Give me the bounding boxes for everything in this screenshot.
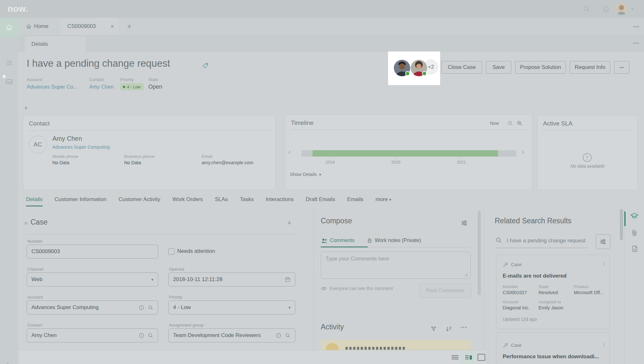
- detail-tab-slas[interactable]: SLAs: [215, 196, 228, 206]
- post-comments-button[interactable]: Post Comments: [419, 283, 471, 298]
- rail-knowledge-icon[interactable]: [630, 212, 639, 220]
- detail-tab-draft-emails[interactable]: Draft Emails: [306, 196, 335, 206]
- result-title[interactable]: Performance Issue when downloadi...: [503, 354, 599, 360]
- sidebar-item-lists[interactable]: [0, 55, 18, 71]
- full-view-icon[interactable]: [478, 354, 485, 361]
- activity-more-icon[interactable]: •••: [460, 325, 467, 330]
- timeline-track[interactable]: [301, 150, 516, 157]
- result-kebab-icon[interactable]: ⋮: [601, 341, 606, 347]
- propose-solution-button[interactable]: Propose Solution: [515, 61, 566, 74]
- result-assigned-value: Emily Jason: [539, 305, 563, 310]
- inbox-notification-dot: [3, 75, 6, 78]
- result-title[interactable]: E-mails are not delivered: [503, 273, 567, 279]
- search-result-card[interactable]: Case ⋮ Performance Issue when downloadi.…: [496, 332, 610, 364]
- number-field[interactable]: CS0009003: [27, 245, 158, 259]
- compose-settings-icon[interactable]: [461, 220, 467, 226]
- request-info-button[interactable]: Request Info: [570, 61, 610, 74]
- comments-tab[interactable]: Comments: [321, 238, 354, 243]
- case-type-icon: [503, 262, 508, 267]
- case-section-collapse-icon[interactable]: ∧: [288, 220, 291, 226]
- new-tab-button[interactable]: +: [127, 22, 131, 31]
- needs-attention-checkbox[interactable]: [168, 248, 175, 255]
- detail-tab-interactions[interactable]: Interactions: [266, 196, 294, 206]
- detail-tab-customer-information[interactable]: Customer Information: [55, 196, 106, 206]
- rail-attachments-icon[interactable]: [631, 229, 638, 236]
- lookup-search-icon[interactable]: [285, 333, 291, 338]
- timeline-scroll-left-icon[interactable]: ‹: [288, 148, 291, 156]
- calendar-icon[interactable]: [285, 277, 291, 282]
- channel-select[interactable]: Web▾: [27, 273, 158, 286]
- tag-icon[interactable]: [202, 62, 209, 69]
- related-search-query[interactable]: I have a pending change request: [507, 238, 586, 244]
- contact-field[interactable]: Amy Chen: [27, 328, 158, 342]
- detail-tab-work-orders[interactable]: Work Orders: [172, 196, 203, 206]
- timeline-scroll-right-icon[interactable]: ›: [522, 148, 524, 156]
- split-view-toggle[interactable]: [462, 351, 475, 364]
- sidebar-item-phone[interactable]: [0, 357, 18, 364]
- related-column-scrollbar[interactable]: [620, 209, 623, 240]
- priority-badge: 4 - Low: [120, 83, 144, 90]
- save-button[interactable]: Save: [486, 61, 511, 74]
- zoom-in-icon[interactable]: [517, 120, 523, 126]
- subtab-overflow-icon[interactable]: •••: [633, 41, 640, 46]
- user-avatar[interactable]: [615, 3, 627, 15]
- meta-state-value: Open: [148, 84, 162, 90]
- sidebar-item-home[interactable]: [0, 18, 18, 37]
- detail-tab-emails[interactable]: Emails: [347, 196, 363, 206]
- result-state-value: Resolved: [539, 290, 558, 295]
- search-settings-button[interactable]: [596, 234, 610, 249]
- tab-strip-overflow-icon[interactable]: •••: [633, 24, 640, 29]
- textarea-resize-handle-icon[interactable]: [464, 273, 468, 277]
- more-actions-button[interactable]: •••: [614, 61, 629, 74]
- compose-title: Compose: [321, 217, 352, 225]
- user-menu-caret-icon[interactable]: ▾: [631, 6, 634, 12]
- rail-document-icon[interactable]: [631, 245, 638, 252]
- detail-tab-customer-activity[interactable]: Customer Activity: [118, 196, 160, 206]
- tab-close-icon[interactable]: ×: [111, 23, 114, 30]
- comments-textarea[interactable]: [321, 252, 471, 279]
- info-icon[interactable]: [139, 333, 144, 338]
- compose-column-scrollbar[interactable]: [478, 211, 481, 295]
- section-drag-handle-icon[interactable]: [24, 221, 28, 225]
- result-state-label: State: [539, 284, 549, 289]
- meta-contact-value[interactable]: Amy Chen: [89, 84, 114, 90]
- account-field[interactable]: Advances Super Computing: [27, 300, 158, 314]
- opened-field[interactable]: 2018-10-11 12:11:28: [168, 273, 295, 286]
- info-icon[interactable]: [276, 333, 281, 338]
- phone-icon: [5, 362, 13, 364]
- subtab-details[interactable]: Details: [24, 36, 86, 52]
- assignment-group-field[interactable]: Team Development Code Reviewers: [168, 328, 295, 342]
- lookup-search-icon[interactable]: [148, 333, 153, 338]
- result-product-label: Product: [574, 284, 589, 289]
- clipped-activity-entry[interactable]: [321, 340, 471, 350]
- lookup-search-icon[interactable]: [148, 305, 153, 310]
- result-number-label: Number: [503, 284, 518, 289]
- priority-select[interactable]: 4 - Low▾: [168, 300, 295, 314]
- notifications-bell-icon[interactable]: [602, 5, 610, 13]
- detail-tab-more[interactable]: more ▾: [375, 196, 391, 206]
- email-value-link[interactable]: amy.chen@example.com: [202, 160, 253, 165]
- detail-tab-details[interactable]: Details: [26, 196, 43, 206]
- activity-filter-icon[interactable]: [431, 326, 437, 332]
- workspace-tab-strip: Home CS0009003 × + •••: [18, 18, 644, 35]
- channel-value: Web: [31, 276, 151, 283]
- tab-case-cs0009003[interactable]: CS0009003 ×: [60, 18, 119, 35]
- meta-account-value[interactable]: Advances Super Co...: [27, 84, 78, 90]
- header-collapse-caret-icon[interactable]: ∧: [24, 105, 28, 111]
- result-number-value: CS0001027: [503, 290, 527, 295]
- global-search-icon[interactable]: [583, 5, 590, 13]
- close-case-button[interactable]: Close Case: [441, 61, 482, 74]
- sidebar-item-inbox[interactable]: [0, 72, 18, 90]
- tab-home[interactable]: Home: [22, 18, 52, 35]
- zoom-out-icon[interactable]: [507, 120, 513, 126]
- result-kebab-icon[interactable]: ⋮: [601, 261, 606, 267]
- case-title: I have a pending change request: [27, 58, 170, 69]
- work-notes-tab[interactable]: Work notes (Private): [367, 238, 421, 243]
- contact-company-link[interactable]: Advances Super Computing: [52, 145, 110, 150]
- activity-sort-icon[interactable]: [446, 326, 452, 332]
- detail-tab-tasks[interactable]: Tasks: [240, 196, 253, 206]
- search-result-card[interactable]: Case ⋮ E-mails are not delivered Number …: [496, 255, 610, 329]
- info-icon[interactable]: [139, 305, 144, 310]
- list-view-icon[interactable]: [451, 354, 459, 361]
- show-details-toggle[interactable]: Show Details ▾: [290, 172, 321, 177]
